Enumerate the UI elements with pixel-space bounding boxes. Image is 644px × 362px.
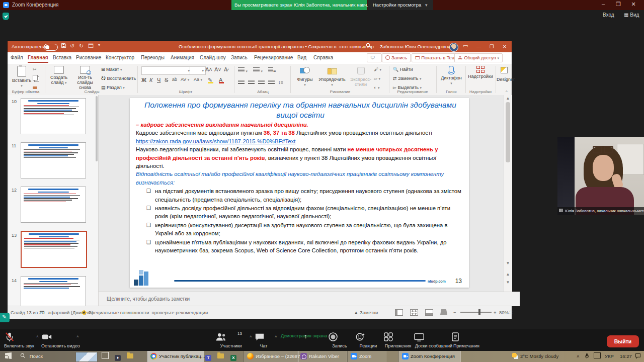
slideshow-button[interactable]: [440, 309, 447, 315]
tab-design[interactable]: Конструктор: [106, 55, 134, 60]
autosave-toggle[interactable]: [44, 44, 58, 51]
ribbon-display-icon[interactable]: ▭: [463, 43, 468, 49]
taskbar-app-zoom[interactable]: Zoom: [347, 351, 386, 362]
char-spacing-button[interactable]: AV ▾: [181, 77, 189, 82]
designer-button[interactable]: Designer: [497, 66, 512, 82]
taskbar-app-zoom-meeting[interactable]: Zoom Конференция: [398, 351, 461, 362]
notes-toggle-button[interactable]: ▲ Заметки: [354, 310, 378, 315]
justify-button[interactable]: [268, 80, 275, 86]
zoom-in-button[interactable]: +: [494, 310, 497, 315]
quick-styles-button[interactable]: Экспресс-стили: [349, 66, 373, 87]
participants-button[interactable]: Участники 13: [215, 332, 247, 348]
tray-mic-icon[interactable]: [585, 351, 589, 362]
layout-button[interactable]: ⊞ Макет ▾: [101, 67, 122, 72]
whiteboards-button[interactable]: Доски сообщений: [414, 332, 454, 348]
signin-button[interactable]: Вход: [603, 12, 614, 18]
shape-outline-icon[interactable]: ▱ ▾: [374, 76, 380, 81]
taskbar-app-viber[interactable]: Rakuten Viber: [297, 351, 347, 362]
italic-button[interactable]: К: [149, 77, 152, 83]
strikethrough-button[interactable]: S: [165, 77, 168, 83]
taskbar-app-teams[interactable]: T: [205, 351, 211, 362]
find-button[interactable]: 🔍 Найти: [393, 67, 413, 72]
text-shadow-button[interactable]: ab: [172, 77, 177, 82]
reactions-button[interactable]: Реакции: [355, 332, 381, 348]
zoom-level[interactable]: 80%: [499, 310, 509, 315]
font-size-select[interactable]: ▾: [190, 66, 206, 75]
slide-thumbnail-11[interactable]: [21, 142, 86, 178]
weather-widget-image[interactable]: [75, 352, 98, 362]
tab-file[interactable]: Файл: [11, 55, 23, 60]
ppt-minimize-button[interactable]: —: [476, 44, 481, 49]
taskbar-app-excel[interactable]: X: [230, 351, 236, 362]
tab-record[interactable]: Запись: [231, 55, 248, 60]
bold-button[interactable]: Ж: [141, 77, 146, 83]
shape-fill-icon[interactable]: 🖌 ▾: [374, 67, 381, 72]
font-name-select[interactable]: ▾: [141, 66, 192, 75]
clear-format-button[interactable]: A̷: [224, 66, 227, 72]
arrange-button[interactable]: Упорядочить▾: [317, 66, 347, 87]
indent-buttons[interactable]: ≡: [268, 67, 276, 73]
ppt-close-button[interactable]: ✕: [503, 44, 507, 49]
save-icon[interactable]: [61, 43, 66, 48]
chat-button[interactable]: Чат: [255, 332, 273, 348]
collapse-ribbon-icon[interactable]: ⌃: [505, 90, 509, 95]
stop-video-button[interactable]: Остановить видео: [41, 332, 73, 348]
minimize-button[interactable]: –: [597, 0, 610, 9]
zoom-slider-handle[interactable]: [478, 309, 480, 315]
underline-button[interactable]: Ч: [157, 77, 160, 83]
notes-pane[interactable]: Щелкните, чтобы добавить заметки: [99, 292, 520, 306]
highlight-button[interactable]: ✎: [208, 77, 213, 83]
tab-review[interactable]: Рецензирование: [254, 55, 293, 60]
record-button[interactable]: Запись: [328, 332, 351, 348]
align-left-button[interactable]: [238, 80, 245, 86]
accessibility-status[interactable]: Специальные возможности: проверьте реком…: [88, 310, 208, 315]
participants-options-chevron[interactable]: ˄: [250, 334, 252, 339]
reuse-slides-button[interactable]: Исп-ть слайды снова: [72, 66, 98, 90]
reading-view-button[interactable]: [425, 309, 433, 316]
tab-slideshow[interactable]: Слайд-шоу: [200, 55, 226, 60]
annotation-pencil-badge[interactable]: [0, 313, 10, 322]
tray-expand-chevron[interactable]: ˄: [577, 351, 580, 362]
mute-button[interactable]: Включить звук: [4, 332, 32, 348]
tab-transitions[interactable]: Переходы: [141, 55, 165, 60]
search-icon[interactable]: [366, 43, 371, 48]
share-access-button[interactable]: 🖧 Общий доступ ▾: [454, 53, 503, 62]
paste-button[interactable]: Вставить▾: [12, 66, 32, 88]
reset-button[interactable]: 🗘 Восстановить: [101, 76, 136, 81]
zoom-slider-track[interactable]: [460, 312, 492, 313]
redo-icon[interactable]: ↻: [79, 43, 84, 49]
chat-options-chevron[interactable]: ˄: [275, 334, 277, 339]
slide-thumbnail-10[interactable]: [21, 98, 86, 134]
line-spacing-button[interactable]: ↕≡: [278, 80, 283, 85]
canvas-scrollbar[interactable]: ▲ ▼ ▲ ▼: [504, 95, 512, 292]
bullets-button[interactable]: ▾: [238, 67, 248, 73]
scroll-up-icon[interactable]: ▲: [505, 96, 511, 101]
align-right-button[interactable]: [258, 80, 265, 86]
dictate-button[interactable]: Диктофон▾: [439, 66, 463, 85]
pinned-app-icon[interactable]: ♦: [115, 351, 121, 362]
view-settings-button[interactable]: Настройки просмотра▼: [368, 0, 433, 10]
tab-help[interactable]: Справка: [313, 55, 333, 60]
slide-thumbnail-14[interactable]: [21, 276, 86, 306]
grow-font-button[interactable]: A˄: [205, 66, 212, 72]
start-button[interactable]: [5, 351, 12, 362]
share-screen-button[interactable]: Демонстрация экрана: [280, 332, 328, 338]
file-explorer-icon[interactable]: [127, 351, 133, 362]
present-icon[interactable]: 🗖: [88, 43, 94, 49]
video-options-chevron[interactable]: ˄: [76, 334, 79, 339]
addins-button[interactable]: Надстройки: [467, 66, 494, 79]
taskbar-app-chrome[interactable]: Участник публикац...: [147, 351, 204, 362]
tab-draw[interactable]: Рисование: [76, 55, 101, 60]
slide-sorter-view-button[interactable]: [410, 309, 418, 316]
zoom-out-button[interactable]: −: [453, 310, 456, 315]
thumbnail-scrollbar[interactable]: [96, 96, 98, 161]
tray-display-icon[interactable]: [594, 351, 601, 362]
notes-button[interactable]: Примечания: [451, 332, 482, 348]
taskbar-search[interactable]: Поиск: [20, 351, 43, 362]
previous-slide-icon[interactable]: ▲: [505, 272, 511, 277]
copy-icon[interactable]: [33, 75, 38, 81]
scroll-thumb[interactable]: [506, 102, 510, 162]
tray-clock[interactable]: 16:27: [620, 351, 632, 362]
webcam-video-tile[interactable]: Юлія Заболотна, начальник навчально-мето…: [557, 137, 644, 215]
shrink-font-button[interactable]: A˅: [214, 66, 221, 72]
